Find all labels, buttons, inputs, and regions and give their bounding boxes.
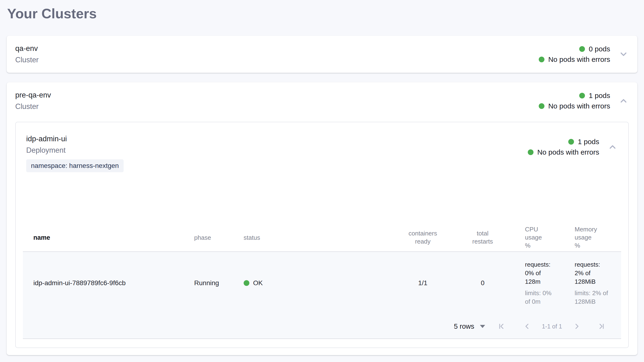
- chevron-up-icon[interactable]: [618, 96, 629, 106]
- cpu-requests: requests: 0% of 128m: [525, 260, 557, 286]
- deployment-name: idp-admin-ui: [26, 133, 124, 145]
- cluster-type-label: Cluster: [15, 101, 51, 112]
- pagination-range-label: 1-1 of 1: [542, 323, 562, 330]
- column-header-containers-ready[interactable]: containers ready: [392, 229, 454, 245]
- memory-requests: requests: 2% of 128MiB: [575, 260, 609, 286]
- cpu-usage-cell: requests: 0% of 128m limits: 0% of 0m: [512, 260, 561, 306]
- cluster-name: pre-qa-env: [15, 89, 51, 101]
- pods-count-line: 0 pods: [579, 44, 610, 54]
- pods-count-label: 0 pods: [589, 44, 610, 54]
- pods-errors-line: No pods with errors: [539, 54, 610, 65]
- cpu-limits: limits: 0% of 0m: [525, 289, 557, 306]
- ok-status-dot: [244, 280, 249, 286]
- last-page-icon: [597, 322, 606, 330]
- cluster-card-pre-qa-env: pre-qa-env Cluster 1 pods No pods with e…: [7, 82, 637, 355]
- first-page-button[interactable]: [498, 322, 506, 330]
- table-row: idp-admin-ui-7889789fc6-9f6cb Running OK…: [23, 252, 621, 314]
- table-bottom-divider: [23, 339, 621, 339]
- deployment-type-label: Deployment: [26, 145, 124, 156]
- pod-status-cell: OK: [240, 279, 392, 287]
- pods-errors-label: No pods with errors: [548, 101, 610, 111]
- last-page-button[interactable]: [597, 322, 606, 330]
- first-page-icon: [498, 322, 506, 330]
- cluster-name: qa-env: [15, 43, 38, 54]
- pods-errors-label: No pods with errors: [548, 54, 610, 65]
- chevron-down-icon[interactable]: [618, 49, 629, 59]
- cluster-accordion-header[interactable]: pre-qa-env Cluster 1 pods No pods with e…: [15, 89, 629, 112]
- column-header-phase[interactable]: phase: [188, 233, 240, 242]
- cluster-identity: qa-env Cluster: [15, 43, 38, 66]
- column-header-status[interactable]: status: [240, 233, 392, 242]
- pods-table: name phase status containers ready total…: [23, 223, 621, 339]
- pods-errors-dot: [539, 103, 544, 109]
- memory-usage-cell: requests: 2% of 128MiB limits: 2% of 128…: [561, 260, 621, 306]
- page-title: Your Clusters: [7, 6, 637, 21]
- pods-errors-label: No pods with errors: [537, 147, 599, 158]
- pods-count-label: 1 pods: [578, 137, 599, 147]
- namespace-badge: namespace: harness-nextgen: [26, 159, 124, 172]
- cluster-accordion-header[interactable]: qa-env Cluster 0 pods No pods with error…: [15, 43, 629, 66]
- rows-per-page-value: 5 rows: [454, 323, 474, 330]
- total-restarts-cell: 0: [454, 279, 512, 287]
- containers-ready-cell: 1/1: [392, 279, 454, 287]
- deployment-accordion-header[interactable]: idp-admin-ui Deployment namespace: harne…: [26, 133, 618, 172]
- pods-status-dot: [579, 46, 585, 52]
- pod-phase-cell: Running: [188, 279, 240, 287]
- next-page-button[interactable]: [572, 322, 581, 330]
- pods-status-dot: [579, 93, 585, 98]
- cluster-type-label: Cluster: [15, 54, 38, 66]
- pods-errors-line: No pods with errors: [528, 147, 599, 158]
- table-body: idp-admin-ui-7889789fc6-9f6cb Running OK…: [23, 252, 621, 339]
- chevron-right-icon: [572, 322, 581, 330]
- pods-count-label: 1 pods: [589, 90, 610, 101]
- pods-count-line: 1 pods: [579, 90, 610, 101]
- deployment-identity: idp-admin-ui Deployment namespace: harne…: [26, 133, 124, 172]
- pods-errors-line: No pods with errors: [539, 101, 610, 111]
- column-header-memory-usage[interactable]: Memory usage %: [561, 225, 621, 249]
- pod-name-cell: idp-admin-ui-7889789fc6-9f6cb: [23, 279, 188, 287]
- pods-errors-dot: [528, 149, 534, 155]
- deployment-card: idp-admin-ui Deployment namespace: harne…: [15, 122, 629, 348]
- column-header-total-restarts[interactable]: total restarts: [454, 229, 512, 245]
- cluster-card-qa-env: qa-env Cluster 0 pods No pods with error…: [7, 36, 637, 73]
- caret-down-icon: [480, 325, 485, 328]
- pods-count-line: 1 pods: [568, 137, 599, 147]
- column-header-cpu-usage[interactable]: CPU usage %: [512, 225, 561, 249]
- memory-limits: limits: 2% of 128MiB: [575, 289, 609, 306]
- table-header-row: name phase status containers ready total…: [23, 223, 621, 251]
- deployment-status-block: 1 pods No pods with errors: [528, 137, 599, 158]
- cluster-identity: pre-qa-env Cluster: [15, 89, 51, 112]
- chevron-up-icon[interactable]: [607, 142, 618, 152]
- column-header-name[interactable]: name: [23, 233, 188, 242]
- rows-per-page-select[interactable]: 5 rows: [454, 323, 485, 330]
- cluster-status-block: 0 pods No pods with errors: [539, 44, 610, 65]
- chevron-left-icon: [523, 322, 531, 330]
- cluster-status-block: 1 pods No pods with errors: [539, 90, 610, 111]
- pods-errors-dot: [539, 57, 544, 62]
- pods-status-dot: [568, 139, 574, 145]
- ok-status-label: OK: [253, 279, 263, 287]
- table-pagination: 5 rows 1-1 of 1: [23, 314, 621, 339]
- previous-page-button[interactable]: [523, 322, 531, 330]
